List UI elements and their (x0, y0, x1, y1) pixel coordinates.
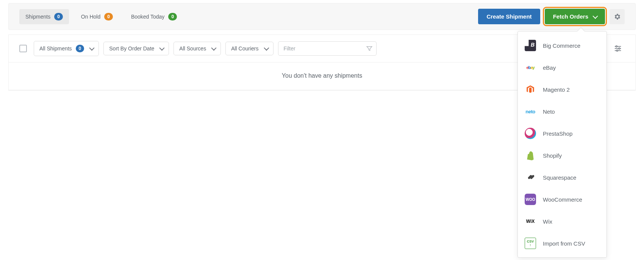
filter-label: Sort By Order Date (109, 45, 154, 52)
tab-booked-today[interactable]: Booked Today 0 (125, 9, 183, 24)
tab-label: Shipments (25, 14, 50, 20)
tab-count-badge: 0 (54, 13, 63, 20)
button-label: Create Shipment (486, 13, 531, 20)
chevron-down-icon (210, 45, 215, 52)
status-tabs: Shipments 0 On Hold 0 Booked Today 0 (19, 9, 183, 24)
filter-all-shipments[interactable]: All Shipments 0 (34, 41, 99, 56)
filter-label: All Couriers (231, 45, 258, 52)
bigcommerce-icon (525, 40, 536, 51)
svg-point-1 (616, 46, 617, 47)
magento-icon (525, 84, 536, 91)
view-settings-button[interactable] (611, 42, 625, 55)
funnel-icon (366, 45, 373, 52)
sources-dropdown[interactable]: All Sources (174, 42, 221, 55)
filter-label: All Shipments (39, 45, 72, 52)
couriers-dropdown[interactable]: All Couriers (225, 42, 273, 55)
filter-label: All Sources (179, 45, 206, 52)
tab-on-hold[interactable]: On Hold 0 (75, 9, 119, 24)
tab-count-badge: 0 (168, 13, 177, 20)
chevron-down-icon (263, 45, 268, 52)
sort-dropdown[interactable]: Sort By Order Date (103, 42, 169, 55)
button-label: Fetch Orders (553, 13, 588, 20)
filter-input[interactable] (278, 41, 377, 56)
chevron-down-icon (158, 45, 163, 52)
tab-label: Booked Today (131, 14, 164, 20)
fetch-source-ebay[interactable]: ebay eBay (518, 56, 606, 78)
tab-shipments[interactable]: Shipments 0 (19, 9, 69, 24)
filter-count-badge: 0 (76, 45, 84, 52)
tab-count-badge: 0 (104, 13, 113, 20)
tab-label: On Hold (81, 14, 100, 20)
chevron-down-icon (88, 45, 93, 52)
fetch-source-magento[interactable]: Magento 2 (518, 78, 606, 91)
ebay-icon: ebay (525, 62, 536, 73)
chevron-down-icon (591, 13, 597, 20)
gear-icon (613, 13, 621, 20)
create-shipment-button[interactable]: Create Shipment (478, 9, 540, 24)
settings-button[interactable] (610, 9, 625, 24)
menu-item-label: Magento 2 (543, 86, 570, 91)
menu-item-label: eBay (543, 64, 556, 71)
fetch-orders-button[interactable]: Fetch Orders (545, 9, 605, 24)
filter-input-wrapper (278, 41, 377, 56)
fetch-orders-menu: Big Commerce ebay eBay Magento 2 neto Ne… (517, 31, 607, 91)
svg-point-5 (616, 50, 618, 52)
fetch-source-bigcommerce[interactable]: Big Commerce (518, 34, 606, 56)
top-toolbar: Shipments 0 On Hold 0 Booked Today 0 Cre… (8, 3, 636, 30)
menu-item-label: Big Commerce (543, 42, 580, 49)
svg-point-3 (619, 48, 620, 49)
select-all-checkbox[interactable] (19, 45, 27, 52)
sliders-icon (614, 44, 622, 53)
